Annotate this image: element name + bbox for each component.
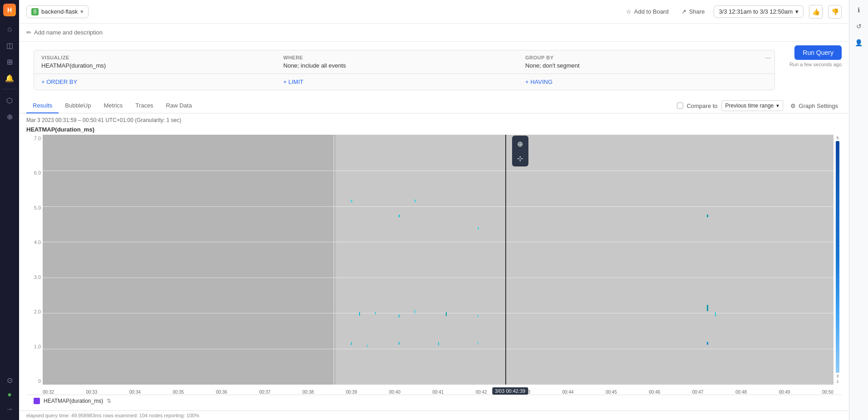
- x-label-46: 00:46: [649, 390, 660, 395]
- cursor-tool-button[interactable]: ⊹: [514, 152, 527, 165]
- sidebar-item-collapse[interactable]: →: [2, 402, 17, 416]
- history-icon[interactable]: ↺: [853, 20, 865, 33]
- x-label-44: 00:44: [562, 390, 574, 395]
- tab-metrics[interactable]: Metrics: [97, 98, 129, 113]
- heatmap-main[interactable]: ⊕ ⊹ 3/03 00:42:39 00:32 00:33 00:34 00:3…: [43, 135, 842, 395]
- compare-area: Compare to Previous time range ▾ ⚙ Graph…: [677, 100, 842, 111]
- y-label-5: 5.0: [34, 205, 41, 210]
- tab-results[interactable]: Results: [26, 98, 59, 113]
- add-name-label: Add name and description: [34, 29, 103, 36]
- order-by-link[interactable]: + ORDER BY: [41, 78, 276, 85]
- dataset-selector[interactable]: 🗄 backend-flask ▾: [26, 5, 89, 18]
- time-range-dropdown-value: Previous time range: [725, 103, 774, 109]
- sidebar-item-integrations[interactable]: ⬡: [2, 93, 17, 107]
- sidebar-item-activity[interactable]: ◫: [2, 38, 17, 53]
- name-bar: ✏ Add name and description: [19, 24, 849, 42]
- sidebar-item-active[interactable]: ●: [2, 387, 17, 402]
- data-point: [414, 310, 415, 313]
- x-label-48: 00:48: [735, 390, 747, 395]
- grid-line-h1: [43, 171, 833, 171]
- grid-line-h3: [43, 242, 833, 242]
- legend-sort-icon[interactable]: ⇅: [107, 398, 111, 404]
- legend-val-5: 5: [836, 136, 838, 140]
- data-point: [478, 227, 479, 230]
- time-range-dropdown[interactable]: Previous time range ▾: [721, 100, 784, 111]
- status-bar: elapsed query time: 49.958983ms rows exa…: [19, 410, 849, 420]
- grid-line-h4: [43, 278, 833, 278]
- where-label: WHERE: [283, 55, 518, 60]
- x-label-38: 00:38: [302, 390, 314, 395]
- x-label-34: 00:34: [129, 390, 141, 395]
- y-label-7: 7.0: [34, 136, 41, 141]
- y-label-3: 3.0: [34, 274, 41, 280]
- right-panel: ℹ ↺ 👤: [849, 0, 868, 420]
- app-logo[interactable]: H: [3, 4, 16, 16]
- y-label-6: 6.0: [34, 170, 41, 176]
- legend-val-3: 3: [836, 374, 838, 378]
- query-builder: VISUALIZE HEATMAP(duration_ms) WHERE Non…: [26, 45, 782, 95]
- data-point: [367, 345, 368, 347]
- zoom-in-button[interactable]: ⊕: [514, 137, 527, 150]
- limit-link[interactable]: + LIMIT: [283, 78, 518, 85]
- x-label-41: 00:41: [432, 390, 444, 395]
- sidebar-item-boards[interactable]: ⊞: [2, 54, 17, 69]
- graph-settings-label: Graph Settings: [799, 103, 838, 109]
- user-icon[interactable]: 👤: [853, 36, 865, 49]
- compare-label: Compare to: [687, 103, 718, 109]
- legend-color-bar: [836, 141, 839, 373]
- legend-color-swatch: [34, 398, 40, 404]
- query-section: VISUALIZE HEATMAP(duration_ms) WHERE Non…: [19, 45, 849, 95]
- tab-traces[interactable]: Traces: [129, 98, 159, 113]
- data-point: [399, 215, 400, 217]
- x-label-47: 00:47: [692, 390, 704, 395]
- top-bar: 🗄 backend-flask ▾ ☆ Add to Board ↗ Share…: [19, 0, 849, 24]
- data-point: [351, 342, 352, 345]
- sidebar-item-connections[interactable]: ⊕: [2, 109, 17, 124]
- sidebar-item-home[interactable]: ⌂: [2, 22, 17, 36]
- tabs-bar: Results BubbleUp Metrics Traces Raw Data…: [19, 98, 849, 113]
- add-to-board-button[interactable]: ☆ Add to Board: [622, 6, 672, 17]
- thumbs-up-button[interactable]: 👍: [809, 5, 823, 19]
- where-value[interactable]: None; include all events: [283, 62, 518, 69]
- x-label-42: 00:42: [476, 390, 487, 395]
- y-axis: 7.0 6.0 5.0 4.0 3.0 2.0 1.0 0: [26, 135, 43, 395]
- tab-bubbleup[interactable]: BubbleUp: [59, 98, 97, 113]
- order-by-col: + ORDER BY: [41, 78, 283, 85]
- legend-val-1: 1: [836, 379, 838, 384]
- group-by-value[interactable]: None; don't segment: [525, 62, 760, 69]
- x-label-50: 00:50: [822, 390, 833, 395]
- x-label-40: 00:40: [389, 390, 400, 395]
- graph-settings-button[interactable]: ⚙ Graph Settings: [787, 101, 842, 111]
- compare-checkbox[interactable]: [677, 103, 683, 109]
- heatmap-wrap: 7.0 6.0 5.0 4.0 3.0 2.0 1.0 0: [26, 135, 842, 395]
- info-icon[interactable]: ℹ: [853, 4, 865, 16]
- having-col: + HAVING: [525, 78, 767, 85]
- time-range-value: 3/3 12:31am to 3/3 12:50am: [719, 8, 793, 15]
- data-point: [399, 315, 399, 317]
- having-link[interactable]: + HAVING: [525, 78, 760, 85]
- run-query-button[interactable]: Run Query: [794, 45, 842, 60]
- heatmap-left-section: [43, 135, 335, 385]
- visualize-value[interactable]: HEATMAP(duration_ms): [41, 62, 276, 69]
- data-point: [707, 305, 708, 311]
- share-button[interactable]: ↗ Share: [678, 6, 709, 17]
- add-name-button[interactable]: ✏ Add name and description: [26, 29, 103, 36]
- query-more-button[interactable]: ···: [765, 54, 771, 62]
- data-point: [707, 215, 708, 217]
- y-label-4: 4.0: [34, 239, 41, 245]
- x-label-32: 00:32: [43, 390, 54, 395]
- sidebar-divider: [2, 89, 17, 89]
- legend-text: HEATMAP(duration_ms): [44, 398, 103, 404]
- add-to-board-label: Add to Board: [634, 8, 669, 15]
- grid-line-v1: [334, 135, 334, 385]
- time-range-chevron-icon: ▾: [795, 8, 799, 15]
- sidebar-item-alerts[interactable]: 🔔: [2, 71, 17, 85]
- sidebar-item-search[interactable]: ⊙: [2, 373, 17, 387]
- data-point: [399, 342, 399, 345]
- tab-rawdata[interactable]: Raw Data: [160, 98, 198, 113]
- settings-icon: ⚙: [790, 103, 796, 109]
- x-label-36: 00:36: [216, 390, 227, 395]
- time-range-selector[interactable]: 3/3 12:31am to 3/3 12:50am ▾: [714, 5, 804, 18]
- thumbs-down-button[interactable]: 👎: [828, 5, 842, 19]
- y-label-2: 2.0: [34, 309, 41, 314]
